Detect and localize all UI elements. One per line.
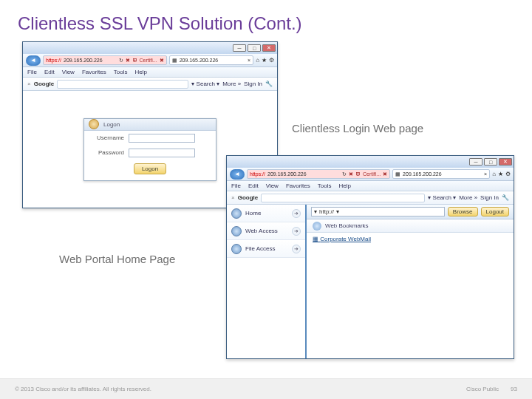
cert-warning-icon[interactable]: ⛨ [355, 171, 361, 177]
more-button[interactable]: More » [222, 81, 241, 87]
sidebar-item-fileaccess[interactable]: File Access ➜ [227, 240, 305, 258]
cert-close-icon[interactable]: ✖ [160, 58, 164, 64]
search-dropdown[interactable]: ▾ Search ▾ [428, 194, 456, 201]
portal-url-bar: ▾ http:// ▾ Browse Logout [307, 205, 514, 219]
cert-label: Certifi... [140, 58, 157, 63]
favorites-icon[interactable]: ★ [262, 57, 267, 64]
google-search-input[interactable] [261, 194, 425, 202]
home-nav-icon [231, 208, 242, 219]
https-label: https:// [46, 58, 61, 63]
close-button[interactable]: ✕ [262, 44, 276, 52]
google-label: Google [238, 194, 259, 201]
toolbar-close-icon[interactable]: × [231, 194, 235, 201]
menu-help[interactable]: Help [338, 183, 350, 189]
maximize-button[interactable]: □ [248, 44, 261, 52]
go-icon: ➜ [292, 209, 301, 218]
close-button[interactable]: ✕ [499, 158, 512, 166]
menu-view[interactable]: View [62, 69, 75, 75]
logon-panel: Logon Username Password Logon [83, 118, 216, 181]
nav-row: ◄ https:// 209.165.200.226 ↻ ✖ ⛨ Certifi… [227, 168, 514, 181]
username-input[interactable] [129, 134, 195, 143]
minimize-button[interactable]: ─ [469, 158, 482, 166]
home-icon[interactable]: ⌂ [256, 57, 259, 64]
tab-close-icon[interactable]: × [484, 171, 487, 177]
browse-button[interactable]: Browse [448, 207, 478, 216]
password-input[interactable] [129, 149, 195, 157]
address-bar-main[interactable]: https:// 209.165.200.226 ↻ ✖ ⛨ Certifi..… [247, 169, 390, 179]
menu-file[interactable]: File [27, 69, 37, 75]
menu-file[interactable]: File [231, 183, 241, 189]
logon-badge-icon [89, 119, 99, 129]
signin-button[interactable]: Sign In [244, 81, 262, 87]
sidebar-item-home[interactable]: Home ➜ [227, 205, 305, 222]
stop-icon[interactable]: ✖ [126, 58, 130, 64]
menu-tools[interactable]: Tools [318, 183, 332, 189]
bookmark-corporate-webmail[interactable]: ▦ Corporate WebMail [307, 233, 514, 245]
back-button[interactable]: ◄ [230, 169, 245, 180]
more-button[interactable]: More » [459, 194, 477, 201]
nav-row: ◄ https:// 209.165.200.226 ↻ ✖ ⛨ Certifi… [23, 54, 277, 67]
cert-close-icon[interactable]: ✖ [383, 171, 387, 177]
google-label: Google [34, 81, 55, 87]
google-search-input[interactable] [57, 80, 188, 89]
home-icon[interactable]: ⌂ [492, 171, 496, 177]
menu-edit[interactable]: Edit [248, 183, 259, 189]
tab-favicon: ▦ [395, 171, 400, 177]
scheme-label: http:// [319, 208, 334, 215]
menu-favorites[interactable]: Favorites [82, 69, 106, 75]
caption-portal: Web Portal Home Page [59, 253, 175, 265]
toolbar-close-icon[interactable]: × [27, 81, 31, 87]
back-button[interactable]: ◄ [26, 55, 41, 66]
menu-edit[interactable]: Edit [44, 69, 55, 75]
slide-footer: © 2013 Cisco and/or its affiliates. All … [0, 378, 532, 399]
go-icon: ➜ [292, 245, 301, 253]
sidebar-item-webaccess[interactable]: Web Access ➜ [227, 222, 305, 240]
minimize-button[interactable]: ─ [233, 44, 246, 52]
google-toolbar: × Google ▾ Search ▾ More » Sign In 🔧 [23, 78, 277, 91]
menu-view[interactable]: View [266, 183, 279, 189]
caption-login: Clientless Login Web page [292, 122, 423, 134]
tab-ip: 209.165.200.226 [180, 58, 219, 63]
menu-help[interactable]: Help [134, 69, 146, 75]
titlebar: ─ □ ✕ [23, 42, 277, 54]
portal-body: Home ➜ Web Access ➜ File Access ➜ ▾ http… [227, 205, 514, 358]
logon-header: Logon [84, 119, 216, 131]
chevron-down-icon[interactable]: ▾ [336, 208, 339, 215]
refresh-icon[interactable]: ↻ [342, 171, 347, 177]
classification-label: Cisco Public [466, 386, 499, 392]
favorites-icon[interactable]: ★ [498, 171, 503, 177]
refresh-icon[interactable]: ↻ [119, 58, 123, 64]
sidebar-item-label: File Access [245, 245, 275, 252]
tools-icon[interactable]: ⚙ [505, 171, 511, 177]
logon-title: Logon [103, 121, 120, 128]
tab-indicator[interactable]: ▦ 209.165.200.226 × [169, 55, 253, 65]
tab-close-icon[interactable]: × [248, 58, 250, 63]
address-ip: 209.165.200.226 [64, 58, 103, 63]
menu-bar: File Edit View Favorites Tools Help [227, 181, 514, 191]
https-label: https:// [250, 171, 265, 177]
copyright-label: © 2013 Cisco and/or its affiliates. All … [15, 386, 151, 392]
page-number: 93 [511, 386, 517, 392]
menu-tools[interactable]: Tools [114, 69, 128, 75]
menu-favorites[interactable]: Favorites [286, 183, 310, 189]
folder-icon [231, 244, 242, 254]
stop-icon[interactable]: ✖ [349, 171, 353, 177]
portal-browser-window: ─ □ ✕ ◄ https:// 209.165.200.226 ↻ ✖ ⛨ C… [226, 155, 514, 359]
logout-button[interactable]: Logout [481, 207, 509, 216]
wrench-icon[interactable]: 🔧 [502, 194, 509, 201]
portal-main: ▾ http:// ▾ Browse Logout Web Bookmarks … [307, 205, 514, 358]
address-bar-main[interactable]: https:// 209.165.200.226 ↻ ✖ ⛨ Certifi..… [43, 55, 167, 65]
section-title: Web Bookmarks [325, 222, 369, 229]
maximize-button[interactable]: □ [484, 158, 497, 166]
portal-url-input[interactable]: ▾ http:// ▾ [311, 207, 445, 216]
logon-button[interactable]: Logon [134, 163, 166, 174]
search-dropdown[interactable]: ▾ Search ▾ [191, 81, 219, 87]
username-label: Username [90, 134, 124, 141]
portal-sidebar: Home ➜ Web Access ➜ File Access ➜ [227, 205, 307, 358]
tab-indicator[interactable]: ▦ 209.165.200.226 × [392, 169, 490, 179]
signin-button[interactable]: Sign In [480, 194, 499, 201]
tools-icon[interactable]: ⚙ [269, 57, 274, 64]
wrench-icon[interactable]: 🔧 [265, 81, 273, 87]
cert-warning-icon[interactable]: ⛨ [132, 58, 137, 63]
chevron-down-icon[interactable]: ▾ [314, 208, 317, 215]
